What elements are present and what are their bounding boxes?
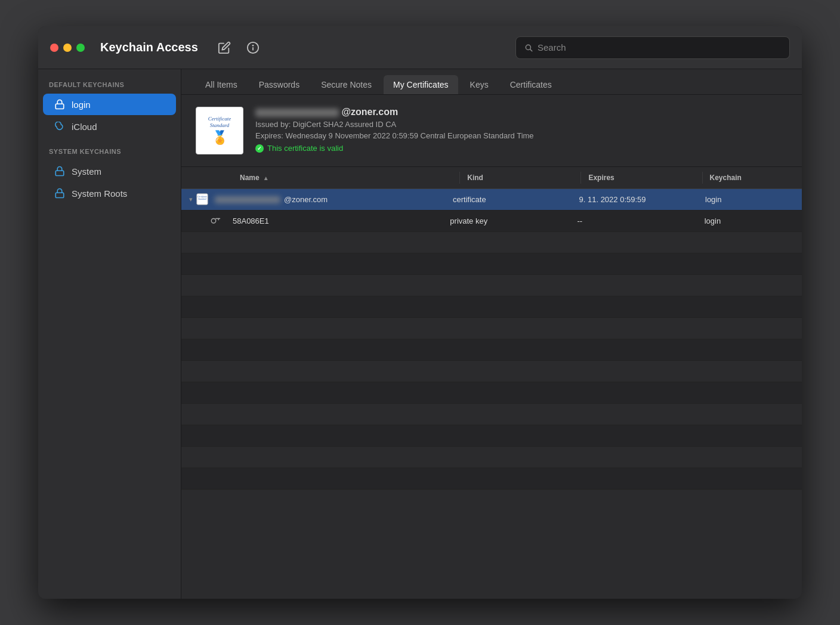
cert-valid-status: ✓ This certificate is valid <box>255 144 534 153</box>
table-area: Name ▲ Kind Expires Keychain ▾ <box>181 167 802 599</box>
tab-bar: All Items Passwords Secure Notes My Cert… <box>181 69 802 95</box>
cert-email-blurred <box>255 109 339 117</box>
login-lock-icon <box>54 98 66 110</box>
cert-email-domain: @zoner.com <box>341 107 398 117</box>
cert-row-icon: Certificate Standard 🏅 <box>196 193 210 207</box>
edit-icon-button[interactable] <box>215 38 234 57</box>
toolbar-icons <box>215 38 262 57</box>
key-row-keychain: login <box>697 216 802 225</box>
empty-row-9 <box>181 404 802 425</box>
icloud-icon <box>54 120 66 132</box>
tab-all-items[interactable]: All Items <box>196 75 247 94</box>
empty-row-3 <box>181 275 802 296</box>
search-placeholder: Search <box>538 42 566 52</box>
tab-my-certificates[interactable]: My Certificates <box>384 75 458 94</box>
empty-row-2 <box>181 253 802 275</box>
cert-row-keychain: login <box>698 195 802 204</box>
empty-row-4 <box>181 296 802 318</box>
cert-row-kind: certificate <box>446 195 572 204</box>
close-button[interactable] <box>50 44 58 52</box>
key-row-expires: -- <box>570 216 697 225</box>
fullscreen-button[interactable] <box>76 44 85 52</box>
cert-icon-text: CertificateStandard <box>208 116 231 129</box>
svg-point-12 <box>211 218 216 223</box>
cert-row-expires: 9. 11. 2022 0:59:59 <box>572 195 699 204</box>
minimize-button[interactable] <box>63 44 72 52</box>
info-icon-button[interactable] <box>243 38 262 57</box>
key-row-icon <box>210 214 224 228</box>
sidebar-item-login-label: login <box>72 100 91 110</box>
col-header-kind: Kind <box>460 174 580 182</box>
col-header-expires: Expires <box>581 174 702 182</box>
empty-row-8 <box>181 382 802 404</box>
valid-dot-icon: ✓ <box>255 144 264 153</box>
svg-rect-7 <box>55 193 64 197</box>
sort-arrow-icon: ▲ <box>263 175 269 181</box>
app-title: Keychain Access <box>100 41 198 54</box>
certificate-detail: CertificateStandard 🏅 @zoner.com Issued … <box>181 95 802 167</box>
sidebar-item-system[interactable]: System <box>43 160 176 182</box>
svg-line-4 <box>530 49 532 51</box>
cert-row-email-domain: @zoner.com <box>284 195 328 204</box>
tab-certificates[interactable]: Certificates <box>501 75 561 94</box>
sidebar-item-system-label: System <box>72 166 101 177</box>
key-row-name: 58A086E1 <box>233 216 269 225</box>
empty-row-10 <box>181 425 802 447</box>
main-content: Default Keychains login iCloud <box>38 69 802 599</box>
svg-rect-6 <box>55 171 64 175</box>
table-row-cert[interactable]: ▾ Certificate Standard 🏅 @zoner.com c <box>181 189 802 211</box>
empty-row-12 <box>181 468 802 490</box>
cert-seal-icon: 🏅 <box>212 130 228 146</box>
empty-row-11 <box>181 447 802 468</box>
system-keychains-label: System Keychains <box>38 148 181 160</box>
certificate-thumbnail: CertificateStandard 🏅 <box>196 107 243 154</box>
empty-row-7 <box>181 361 802 382</box>
svg-rect-5 <box>55 104 64 109</box>
empty-row-1 <box>181 232 802 253</box>
tab-secure-notes[interactable]: Secure Notes <box>311 75 381 94</box>
system-lock-icon <box>54 165 66 177</box>
tab-keys[interactable]: Keys <box>461 75 498 94</box>
search-bar[interactable]: Search <box>515 36 790 59</box>
sidebar-item-system-roots[interactable]: System Roots <box>43 182 176 204</box>
cert-detail-info: @zoner.com Issued by: DigiCert SHA2 Assu… <box>255 107 534 153</box>
tab-passwords[interactable]: Passwords <box>249 75 309 94</box>
col-header-name: Name ▲ <box>210 174 459 182</box>
sidebar-item-icloud-label: iCloud <box>72 122 97 132</box>
sidebar: Default Keychains login iCloud <box>38 69 181 599</box>
expand-icon[interactable]: ▾ <box>181 196 196 203</box>
right-panel: All Items Passwords Secure Notes My Cert… <box>181 69 802 599</box>
sidebar-item-login[interactable]: login <box>43 94 176 115</box>
sidebar-item-icloud[interactable]: iCloud <box>43 116 176 137</box>
system-roots-lock-icon <box>54 187 66 199</box>
cert-issued-by: Issued by: DigiCert SHA2 Assured ID CA <box>255 120 534 129</box>
default-keychains-label: Default Keychains <box>38 81 181 93</box>
empty-row-5 <box>181 318 802 339</box>
search-icon <box>524 44 533 52</box>
table-header: Name ▲ Kind Expires Keychain <box>181 167 802 189</box>
cert-email: @zoner.com <box>255 107 534 117</box>
table-row-key[interactable]: 58A086E1 private key -- login <box>181 211 802 232</box>
col-header-keychain: Keychain <box>703 174 802 182</box>
svg-text:Standard: Standard <box>198 197 206 200</box>
cert-name-blurred <box>215 196 280 203</box>
cert-valid-text: This certificate is valid <box>267 144 343 153</box>
empty-row-6 <box>181 339 802 361</box>
cert-expires: Expires: Wednesday 9 November 2022 0:59:… <box>255 131 534 140</box>
traffic-lights <box>50 44 85 52</box>
sidebar-item-system-roots-label: System Roots <box>72 188 127 199</box>
main-window: Keychain Access Search <box>38 26 802 599</box>
titlebar: Keychain Access Search <box>38 26 802 69</box>
key-row-kind: private key <box>443 216 570 225</box>
cert-row-name: @zoner.com <box>215 195 446 204</box>
